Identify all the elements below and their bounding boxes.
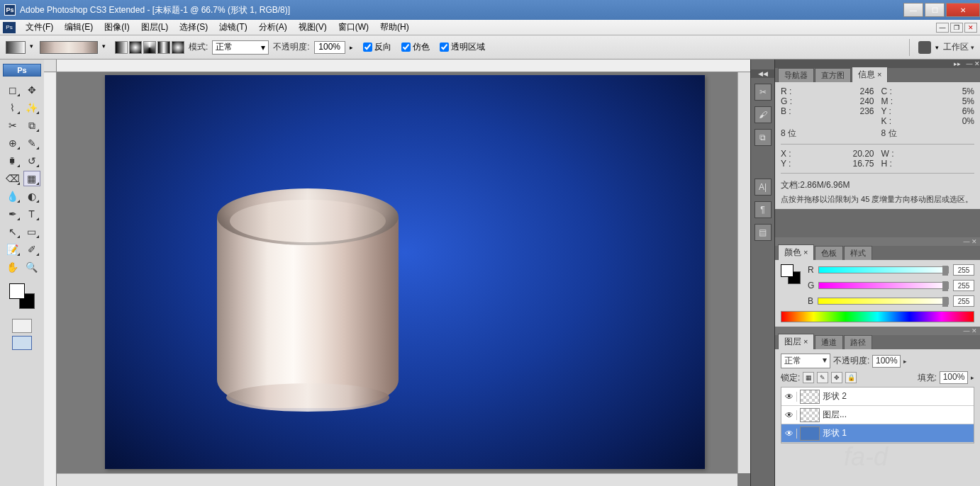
gradient-tool[interactable]: ▦ xyxy=(23,171,40,186)
gradient-preview[interactable] xyxy=(40,41,98,54)
layer-thumb[interactable] xyxy=(800,390,820,404)
lock-pixels-icon[interactable]: ✎ xyxy=(817,372,828,383)
mdi-restore[interactable]: ❐ xyxy=(950,23,963,33)
transparency-check[interactable]: 透明区域 xyxy=(440,41,485,53)
menu-layer[interactable]: 图层(L) xyxy=(135,20,174,35)
lasso-tool[interactable]: ⌇ xyxy=(4,100,21,115)
mdi-minimize[interactable]: — xyxy=(936,23,949,33)
dock-tools-icon[interactable]: ✂ xyxy=(755,84,772,101)
layer-row[interactable]: 👁 形状 2 xyxy=(781,388,974,406)
blur-tool[interactable]: 💧 xyxy=(4,188,21,204)
r-value[interactable]: 255 xyxy=(953,264,974,276)
lock-transparent-icon[interactable]: ▦ xyxy=(803,372,814,383)
tab-styles[interactable]: 样式 xyxy=(844,246,872,260)
marquee-tool[interactable]: ◻ xyxy=(4,82,21,98)
b-slider[interactable] xyxy=(818,298,949,305)
ruler-vertical[interactable] xyxy=(44,72,57,486)
gradient-reflected-icon[interactable] xyxy=(157,41,170,54)
toolbar-header[interactable]: Ps xyxy=(3,64,41,77)
visibility-icon[interactable]: 👁 xyxy=(781,410,797,420)
mode-select[interactable]: 正常▾ xyxy=(212,40,269,55)
gradient-swatch[interactable] xyxy=(6,41,26,54)
spectrum-bar[interactable] xyxy=(781,311,974,322)
visibility-icon[interactable]: 👁 xyxy=(781,392,797,402)
maximize-button[interactable]: ☐ xyxy=(925,3,945,17)
scrollbar-horizontal[interactable] xyxy=(57,473,737,486)
menu-view[interactable]: 视图(V) xyxy=(293,20,333,35)
menu-edit[interactable]: 编辑(E) xyxy=(59,20,99,35)
tab-info[interactable]: 信息 × xyxy=(852,67,888,82)
minimize-button[interactable]: — xyxy=(903,3,923,17)
menu-window[interactable]: 窗口(W) xyxy=(333,20,374,35)
blend-mode-select[interactable]: 正常▾ xyxy=(781,354,830,368)
lock-position-icon[interactable]: ✥ xyxy=(831,372,842,383)
layer-row[interactable]: 👁 形状 1 xyxy=(781,424,974,443)
lock-all-icon[interactable]: 🔒 xyxy=(845,372,857,383)
heal-tool[interactable]: ⊕ xyxy=(4,135,21,151)
r-slider[interactable] xyxy=(818,266,949,273)
scrollbar-vertical[interactable] xyxy=(737,72,750,473)
notes-tool[interactable]: 📝 xyxy=(4,242,21,257)
layer-thumb[interactable] xyxy=(800,408,820,422)
zoom-tool[interactable]: 🔍 xyxy=(23,259,40,275)
menu-filter[interactable]: 滤镜(T) xyxy=(213,20,252,35)
move-tool[interactable]: ✥ xyxy=(23,82,40,98)
pen-tool[interactable]: ✒ xyxy=(4,206,21,222)
gradient-angle-icon[interactable] xyxy=(143,41,156,54)
document-canvas[interactable] xyxy=(105,75,705,469)
hand-tool[interactable]: ✋ xyxy=(4,259,21,275)
visibility-icon[interactable]: 👁 xyxy=(781,429,797,439)
menu-select[interactable]: 选择(S) xyxy=(174,20,213,35)
layer-opacity-input[interactable]: 100% xyxy=(872,355,901,368)
dock-clone-icon[interactable]: ⧉ xyxy=(755,129,772,146)
gradient-linear-icon[interactable] xyxy=(115,41,128,54)
dock-layers-icon[interactable]: ▤ xyxy=(755,224,772,241)
dock-char-icon[interactable]: A| xyxy=(755,179,772,196)
tab-paths[interactable]: 路径 xyxy=(844,335,872,349)
g-value[interactable]: 255 xyxy=(953,280,974,291)
brush-panel-icon[interactable] xyxy=(918,41,931,54)
quickmask-button[interactable] xyxy=(12,319,32,333)
shape-tool[interactable]: ▭ xyxy=(23,224,40,239)
menu-image[interactable]: 图像(I) xyxy=(99,20,135,35)
foreground-swatch[interactable] xyxy=(9,283,25,299)
screenmode-button[interactable] xyxy=(12,336,32,350)
color-swatches[interactable] xyxy=(9,283,35,309)
menu-help[interactable]: 帮助(H) xyxy=(374,20,415,35)
gradient-diamond-icon[interactable] xyxy=(172,41,184,54)
dither-check[interactable]: 仿色 xyxy=(401,41,430,53)
tab-layers[interactable]: 图层 × xyxy=(778,334,814,349)
menu-file[interactable]: 文件(F) xyxy=(20,20,59,35)
menu-analysis[interactable]: 分析(A) xyxy=(253,20,293,35)
workspace-dropdown[interactable]: 工作区 xyxy=(943,41,974,53)
tab-navigator[interactable]: 导航器 xyxy=(778,68,814,82)
history-brush-tool[interactable]: ↺ xyxy=(23,153,40,169)
type-tool[interactable]: T xyxy=(23,206,40,222)
tab-histogram[interactable]: 直方图 xyxy=(815,68,851,82)
stamp-tool[interactable]: ⧯ xyxy=(4,153,21,169)
layer-thumb[interactable] xyxy=(800,426,820,441)
reverse-check[interactable]: 反向 xyxy=(363,41,391,53)
eraser-tool[interactable]: ⌫ xyxy=(4,171,21,186)
mdi-close[interactable]: ✕ xyxy=(964,23,977,33)
color-swatch-pair[interactable] xyxy=(781,264,801,284)
wand-tool[interactable]: ✨ xyxy=(23,100,40,115)
close-button[interactable]: ✕ xyxy=(946,3,980,17)
path-select-tool[interactable]: ↖ xyxy=(4,224,21,239)
ruler-horizontal[interactable] xyxy=(57,60,750,72)
fill-input[interactable]: 100% xyxy=(940,371,968,384)
layer-row[interactable]: 👁 图层... xyxy=(781,406,974,424)
dock-para-icon[interactable]: ¶ xyxy=(755,201,772,218)
crop-tool[interactable]: ✂ xyxy=(4,118,21,133)
tab-color[interactable]: 颜色 × xyxy=(778,244,814,260)
tab-channels[interactable]: 通道 xyxy=(815,335,843,349)
dodge-tool[interactable]: ◐ xyxy=(23,188,40,204)
slice-tool[interactable]: ⧉ xyxy=(23,118,40,133)
b-value[interactable]: 255 xyxy=(953,295,974,307)
g-slider[interactable] xyxy=(818,282,949,289)
dock-brush-icon[interactable]: 🖌 xyxy=(755,106,772,123)
gradient-radial-icon[interactable] xyxy=(129,41,142,54)
brush-tool[interactable]: ✎ xyxy=(23,135,40,151)
tab-swatches[interactable]: 色板 xyxy=(815,246,843,260)
eyedropper-tool[interactable]: ✐ xyxy=(23,242,40,257)
